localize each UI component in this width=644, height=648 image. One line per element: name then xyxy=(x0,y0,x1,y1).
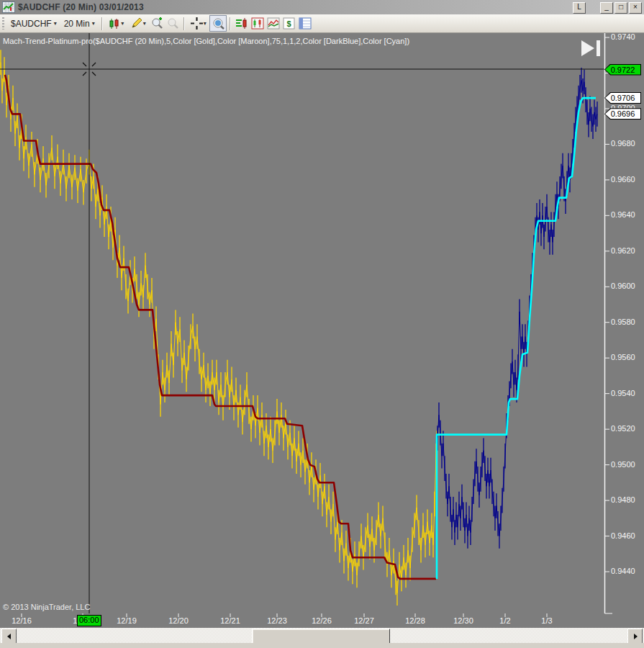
chart-trader-button[interactable] xyxy=(234,16,250,31)
crosshair-cursor-mark xyxy=(92,63,96,66)
interval-label: 20 Min xyxy=(64,19,90,29)
price-axis-label: 0.9500 xyxy=(611,460,643,469)
time-axis-label: 12/19 xyxy=(111,616,142,625)
time-axis-label: 12/21 xyxy=(214,616,246,625)
interval-selector[interactable]: 20 Min ▾ xyxy=(60,17,99,30)
time-axis-label: 1/3 xyxy=(531,616,563,625)
crosshair-cursor-mark xyxy=(83,63,86,66)
indicators-button[interactable] xyxy=(266,16,281,31)
scroll-left-button[interactable] xyxy=(1,629,17,644)
data-box-button[interactable] xyxy=(209,15,227,32)
time-axis-label: 12/30 xyxy=(448,616,479,625)
price-axis-label: 0.9520 xyxy=(611,424,643,433)
data-grid-icon xyxy=(299,17,312,30)
instrument-selector[interactable]: $AUDCHF ▾ xyxy=(7,17,60,30)
maximize-button[interactable]: □ xyxy=(614,2,627,14)
price-gold-line xyxy=(1,63,437,593)
time-axis-label: 12/16 xyxy=(6,616,37,625)
crosshair-price-badge: 0.9722 xyxy=(604,64,641,76)
account-button[interactable]: $ xyxy=(281,16,297,31)
zoom-in-button[interactable] xyxy=(149,16,165,31)
badge-value: 0.9722 xyxy=(605,65,640,75)
zoom-out-button[interactable] xyxy=(165,16,181,31)
price-axis-label: 0.9740 xyxy=(611,32,643,41)
chart-window: $AUDCHF (20 Min) 03/01/2013 L _ □ × $AUD… xyxy=(0,0,644,648)
svg-text:$: $ xyxy=(287,19,291,28)
toolbar-separator xyxy=(230,17,231,30)
drawing-tools-button[interactable]: ▾ xyxy=(127,16,149,31)
scrollbar-thumb[interactable] xyxy=(252,629,390,644)
time-axis-label: 12/20 xyxy=(163,616,194,625)
indicator-lines-icon xyxy=(267,17,280,30)
price-axis-label: 0.9660 xyxy=(611,175,643,184)
data-grid-button[interactable] xyxy=(297,16,313,31)
price-axis-label: 0.9540 xyxy=(611,389,643,397)
play-to-end-icon xyxy=(580,39,603,58)
price-axis-label: 0.9600 xyxy=(611,282,643,290)
crosshair-cursor-mark xyxy=(83,72,86,76)
instrument-label: $AUDCHF xyxy=(11,19,52,29)
bar-type-button[interactable]: ▾ xyxy=(106,16,127,31)
chart-area[interactable]: Mach-Trend-Platinum-pro($AUDCHF (20 Min)… xyxy=(0,33,644,628)
go-to-last-bar-button[interactable] xyxy=(580,39,603,58)
price-axis-label: 0.9440 xyxy=(611,567,643,575)
cursor-mode-button[interactable]: ▾ xyxy=(188,16,209,31)
candle-panel-icon xyxy=(251,17,264,30)
chevron-down-icon: ▾ xyxy=(92,20,95,27)
time-axis-label: 12/23 xyxy=(261,616,293,625)
toolbar-grip[interactable] xyxy=(2,17,4,30)
minimize-button[interactable]: _ xyxy=(600,2,613,14)
crosshair-time-badge: 06:00 xyxy=(77,615,101,626)
price-axis-label: 0.9480 xyxy=(611,495,643,504)
price-axis-label: 0.9680 xyxy=(611,139,643,148)
pencil-icon xyxy=(130,18,142,30)
horizontal-scrollbar[interactable] xyxy=(0,628,644,643)
time-axis-label: 12/28 xyxy=(399,616,431,625)
arrow-right-icon xyxy=(632,634,638,639)
candlestick-icon xyxy=(109,18,120,30)
time-axis-label: 12/27 xyxy=(348,616,380,625)
window-frame-bottom xyxy=(0,643,644,648)
crosshair-cursor-mark xyxy=(92,72,96,76)
chart-toolbar: $AUDCHF ▾ 20 Min ▾ ▾ ▾ xyxy=(0,14,644,33)
indicator-parameters-label: Mach-Trend-Platinum-pro($AUDCHF (20 Min)… xyxy=(3,37,409,45)
price-marker-badge: 0.9706 xyxy=(604,92,641,104)
scroll-right-button[interactable] xyxy=(627,629,643,644)
price-marker-badge: 0.9696 xyxy=(604,108,641,120)
price-axis-label: 0.9580 xyxy=(611,318,643,326)
price-plot[interactable] xyxy=(0,33,644,628)
close-button[interactable]: × xyxy=(629,2,642,14)
chevron-down-icon: ▾ xyxy=(54,20,57,27)
price-axis-label: 0.9640 xyxy=(611,210,643,219)
title-bar[interactable]: $AUDCHF (20 Min) 03/01/2013 L _ □ × xyxy=(0,0,644,14)
price-axis-label: 0.9460 xyxy=(611,531,643,540)
zoom-in-icon xyxy=(150,17,163,30)
badge-value: 0.9696 xyxy=(605,109,640,119)
trend-maroon xyxy=(5,75,436,579)
copyright-label: © 2013 NinjaTrader, LLC xyxy=(3,603,90,611)
arrow-left-icon xyxy=(6,634,12,639)
chart-panel-button[interactable] xyxy=(250,16,266,31)
badge-value: 0.9706 xyxy=(605,93,640,103)
dollar-icon: $ xyxy=(283,17,295,30)
time-axis-label: 1/2 xyxy=(489,616,521,625)
chart-trader-icon xyxy=(235,17,248,30)
crosshair-icon xyxy=(191,17,203,30)
zoom-out-icon xyxy=(166,17,179,30)
window-title: $AUDCHF (20 Min) 03/01/2013 xyxy=(18,2,144,12)
chart-app-icon xyxy=(2,1,15,13)
chevron-down-icon: ▾ xyxy=(204,20,207,27)
magnifier-icon xyxy=(212,17,225,30)
price-darkblue-line xyxy=(437,80,597,536)
chevron-down-icon: ▾ xyxy=(121,20,124,27)
toolbar-separator xyxy=(183,17,185,30)
link-window-button[interactable]: L xyxy=(573,2,586,14)
time-axis-label: 12/26 xyxy=(306,616,337,625)
chevron-down-icon: ▾ xyxy=(143,20,146,27)
price-axis-label: 0.9560 xyxy=(611,353,643,361)
price-axis-label: 0.9620 xyxy=(611,246,643,255)
toolbar-separator xyxy=(101,17,103,30)
